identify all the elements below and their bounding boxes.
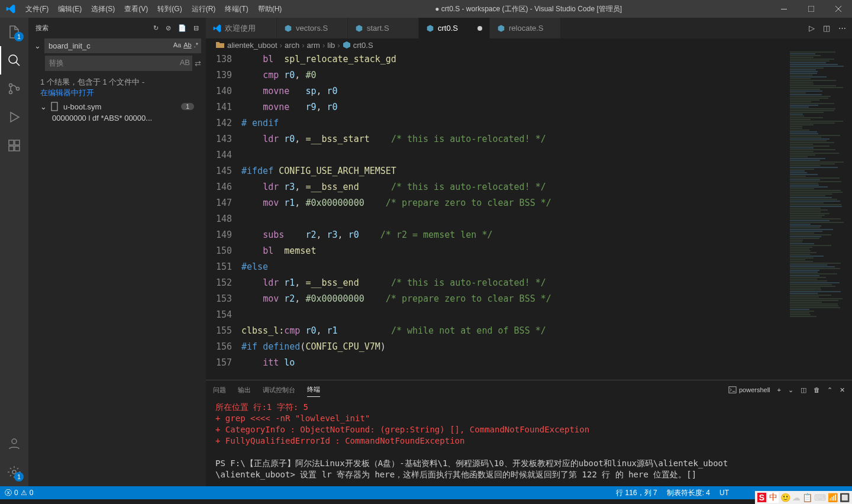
menu-terminal[interactable]: 终端(T) [220,4,253,14]
minimap[interactable] [787,51,852,380]
split-editor-icon[interactable]: ◫ [823,24,830,33]
breadcrumb-item[interactable]: arch [285,41,299,50]
menu-select[interactable]: 选择(S) [86,4,120,14]
more-icon[interactable]: ⋯ [838,24,846,33]
activity-extensions[interactable] [0,131,28,160]
svg-line-5 [16,62,20,66]
svg-point-6 [9,84,12,87]
tab-relocate.S[interactable]: relocate.S [490,18,561,38]
panel-tab-输出[interactable]: 输出 [238,383,251,397]
editor[interactable]: 1381391401411421431441451461471481491501… [206,51,852,380]
svg-rect-16 [51,102,57,111]
close-button[interactable] [825,0,852,18]
panel-maximize-icon[interactable]: ⌃ [827,386,832,394]
match-count-badge: 1 [181,103,194,110]
split-terminal-icon[interactable]: ◫ [801,386,806,394]
menu-go[interactable]: 转到(G) [153,4,186,14]
activity-bar: 1 1 [0,18,28,486]
breadcrumb-item[interactable]: lib [327,41,335,50]
replace-all-icon[interactable]: ⇄ [195,59,201,68]
status-line-col[interactable]: 行 116，列 7 [611,488,661,498]
panel-tab-调试控制台[interactable]: 调试控制台 [263,383,295,397]
ime-lang[interactable]: 中 [768,492,779,503]
menu-edit[interactable]: 编辑(E) [53,4,86,14]
minimize-button[interactable] [770,0,798,18]
new-terminal-icon[interactable]: + [777,386,781,393]
panel-tab-终端[interactable]: 终端 [307,383,320,397]
warning-icon: ⚠ [21,489,27,497]
clear-icon[interactable]: ⊘ [166,24,171,32]
file-icon [50,102,60,111]
breadcrumb-item[interactable]: crt0.S [353,41,373,50]
activity-debug[interactable] [0,103,28,131]
editor-tabs: 欢迎使用vectors.Sstart.Scrt0.Srelocate.S▷◫⋯ [206,18,852,38]
menu-view[interactable]: 查看(V) [120,4,153,14]
svg-point-7 [9,91,12,94]
open-in-editor-link[interactable]: 在编辑器中打开 [40,88,94,97]
search-sidebar: 搜索 ↻ ⊘ 📄 ⊟ ⌄ board_init_c Aa Ab .* 替换 [28,18,206,486]
status-encoding[interactable]: UT [715,488,734,498]
terminal-profile[interactable]: powershell [728,386,770,394]
error-icon: ⓧ [5,488,12,498]
svg-marker-9 [11,112,19,122]
line-number-gutter: 1381391401411421431441451461471481491501… [206,51,241,380]
sidebar-title: 搜索 [36,24,49,33]
terminal-output[interactable]: 所在位置 行:1 字符: 5+ grep <<<< -nR "lowlevel_… [206,399,852,486]
svg-rect-12 [9,146,14,151]
status-errors[interactable]: ⓧ0 ⚠0 [0,488,38,498]
svg-rect-10 [9,140,14,145]
terminal-dropdown-icon[interactable]: ⌄ [788,386,793,394]
ime-icon[interactable]: S [757,493,766,502]
menu-help[interactable]: 帮助(H) [253,4,287,14]
match-case-icon[interactable]: Aa [173,41,181,49]
menu-run[interactable]: 运行(R) [187,4,221,14]
breadcrumb-item[interactable]: arm [307,41,320,50]
dirty-indicator [477,26,482,31]
breadcrumb-item[interactable]: alientek_uboot [227,41,277,50]
search-input[interactable]: board_init_c Aa Ab .* [44,38,201,53]
system-tray: S 中 🙂☁📋⌨📶🔲 [755,491,852,504]
collapse-icon[interactable]: ⊟ [193,24,199,32]
result-file[interactable]: ⌄ u-boot.sym 1 [28,101,206,112]
statusbar: ⓧ0 ⚠0 行 116，列 7 制表符长度: 4 UT [0,486,852,499]
activity-search[interactable] [0,46,28,75]
activity-settings[interactable]: 1 [0,458,28,486]
preserve-case-icon[interactable]: AB [180,58,190,67]
svg-point-4 [9,55,17,63]
replace-input[interactable]: 替换 AB [45,56,192,71]
svg-rect-17 [729,387,736,393]
new-file-icon[interactable]: 📄 [178,24,186,32]
panel-tab-问题[interactable]: 问题 [213,383,226,397]
activity-account[interactable] [0,429,28,458]
tab-crt0.S[interactable]: crt0.S [419,18,490,38]
activity-scm[interactable] [0,75,28,103]
toggle-replace-icon[interactable]: ⌄ [33,40,42,51]
svg-rect-0 [781,9,787,9]
vscode-icon [0,4,21,14]
activity-explorer[interactable]: 1 [0,18,28,46]
tab-start.S[interactable]: start.S [348,18,419,38]
kill-terminal-icon[interactable]: 🗑 [814,386,820,393]
svg-rect-1 [808,6,814,12]
titlebar: 文件(F) 编辑(E) 选择(S) 查看(V) 转到(G) 运行(R) 终端(T… [0,0,852,18]
search-result-summary: 1 个结果，包含于 1 个文件中 - 在编辑器中打开 [28,75,206,101]
result-line[interactable]: 00000000 l df *ABS* 00000... [28,112,206,124]
regex-icon[interactable]: .* [194,41,198,49]
breadcrumb[interactable]: alientek_uboot›arch›arm›lib›crt0.S [206,38,852,51]
run-icon[interactable]: ▷ [809,24,815,33]
panel-tabs: 问题输出调试控制台终端 powershell + ⌄ ◫ 🗑 ⌃ ✕ [206,380,852,399]
code-content[interactable]: bl spl_relocate_stack_gd cmp r0, #0 movn… [241,51,787,380]
menu-bar: 文件(F) 编辑(E) 选择(S) 查看(V) 转到(G) 运行(R) 终端(T… [21,4,286,14]
tab-欢迎使用[interactable]: 欢迎使用 [206,18,277,38]
match-word-icon[interactable]: Ab [183,41,191,49]
status-tab-size[interactable]: 制表符长度: 4 [662,488,715,498]
maximize-button[interactable] [798,0,825,18]
tab-vectors.S[interactable]: vectors.S [277,18,348,38]
svg-point-14 [12,439,17,444]
chevron-down-icon: ⌄ [40,102,47,111]
menu-file[interactable]: 文件(F) [21,4,53,14]
refresh-icon[interactable]: ↻ [153,24,159,32]
editor-area: 欢迎使用vectors.Sstart.Scrt0.Srelocate.S▷◫⋯ … [206,18,852,486]
explorer-badge: 1 [14,32,24,41]
panel-close-icon[interactable]: ✕ [840,386,845,394]
